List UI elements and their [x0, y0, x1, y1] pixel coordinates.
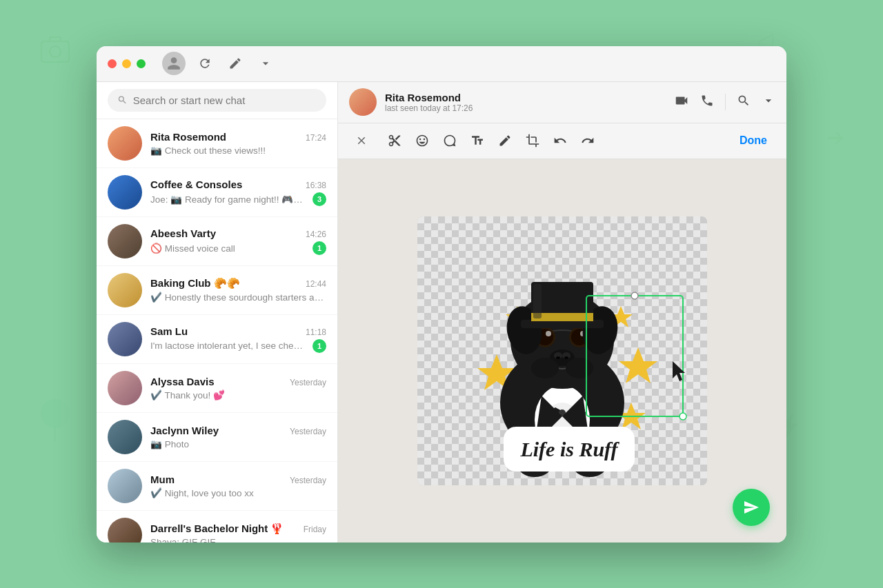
- editor-canvas-area: Life is Ruff: [338, 159, 786, 543]
- chat-name-sam: Sam Lu: [150, 325, 188, 337]
- chat-header-bar: Rita Rosemond last seen today at 17:26: [338, 82, 786, 123]
- svg-point-1: [50, 46, 61, 57]
- chat-name-abeesh: Abeesh Varty: [150, 227, 216, 239]
- chat-info-jaclynn: Jaclynn WileyYesterday📷 Photo: [150, 425, 326, 449]
- main-content: Rita Rosemond17:24📷 Check out these view…: [97, 82, 786, 543]
- traffic-lights: [108, 59, 146, 68]
- chevron-down-icon[interactable]: [257, 55, 274, 72]
- editor-toolbar: Done: [338, 123, 786, 159]
- chat-item-darrell[interactable]: Darrell's Bachelor Night 🦞FridayShaya: G…: [97, 511, 337, 543]
- chat-item-alyssa[interactable]: Alyssa DavisYesterday✔️ Thank you! 💕: [97, 364, 337, 413]
- chat-item-sam[interactable]: Sam Lu11:18I'm lactose intolerant yet, I…: [97, 315, 337, 364]
- svg-rect-2: [50, 37, 61, 41]
- sticker-tool[interactable]: [437, 128, 462, 153]
- chat-preview-baking: ✔️ Honestly these sourdough starters are…: [150, 292, 326, 303]
- search-input[interactable]: [133, 94, 317, 106]
- svg-point-22: [556, 356, 560, 359]
- image-editor: Done: [338, 123, 786, 543]
- crop-tool[interactable]: [520, 128, 545, 153]
- svg-point-24: [531, 358, 559, 378]
- chat-contact-avatar: [349, 88, 377, 116]
- refresh-icon[interactable]: [197, 55, 213, 72]
- minimize-window-button[interactable]: [122, 59, 131, 68]
- chat-time-alyssa: Yesterday: [290, 378, 326, 387]
- text-tool[interactable]: [465, 128, 490, 153]
- chat-preview-sam: I'm lactose intolerant yet, I see cheese…: [150, 341, 307, 351]
- emoji-tool[interactable]: [410, 128, 435, 153]
- chat-time-sam: 11:18: [306, 327, 326, 337]
- chat-avatar-coffee: [108, 175, 142, 210]
- chat-name-darrell: Darrell's Bachelor Night 🦞: [150, 523, 284, 535]
- chat-time-rita: 17:24: [306, 133, 326, 143]
- maximize-window-button[interactable]: [137, 59, 146, 68]
- chat-item-jaclynn[interactable]: Jaclynn WileyYesterday📷 Photo: [97, 413, 337, 462]
- chat-contact-name: Rita Rosemond: [385, 92, 666, 103]
- send-button[interactable]: [733, 489, 770, 526]
- svg-point-17: [546, 331, 551, 336]
- header-divider: [725, 94, 726, 110]
- pen-tool[interactable]: [493, 128, 517, 153]
- chat-preview-coffee: Joe: 📷 Ready for game night!! 🎮🍕🎮: [150, 194, 307, 205]
- chat-info-rita: Rita Rosemond17:24📷 Check out these view…: [150, 131, 326, 156]
- chat-contact-status: last seen today at 17:26: [385, 103, 666, 113]
- chat-item-baking[interactable]: Baking Club 🥐🥐12:44✔️ Honestly these sou…: [97, 266, 337, 315]
- chat-name-mum: Mum: [150, 474, 175, 485]
- svg-point-37: [631, 292, 638, 299]
- chat-header-info: Rita Rosemond last seen today at 17:26: [385, 92, 666, 113]
- chat-item-mum[interactable]: MumYesterday✔️ Night, love you too xx: [97, 462, 337, 511]
- chat-preview-darrell: Shaya: GIF GIF: [150, 537, 326, 543]
- scissors-tool[interactable]: [382, 128, 407, 153]
- svg-rect-0: [41, 41, 69, 62]
- redo-tool[interactable]: [575, 128, 600, 153]
- chat-info-coffee: Coffee & Consoles16:38Joe: 📷 Ready for g…: [150, 179, 326, 206]
- chat-item-abeesh[interactable]: Abeesh Varty14:26🚫 Missed voice call1: [97, 217, 337, 266]
- chat-avatar-darrell: [108, 518, 142, 543]
- svg-point-38: [679, 413, 686, 420]
- profile-avatar[interactable]: [162, 52, 186, 75]
- chat-name-rita: Rita Rosemond: [150, 131, 226, 143]
- svg-point-25: [566, 358, 593, 378]
- editor-close-button[interactable]: [349, 128, 374, 153]
- chat-panel: Rita Rosemond last seen today at 17:26: [338, 82, 786, 543]
- compose-icon[interactable]: [227, 55, 244, 72]
- svg-rect-31: [533, 284, 542, 318]
- chat-item-coffee[interactable]: Coffee & Consoles16:38Joe: 📷 Ready for g…: [97, 168, 337, 217]
- chat-name-coffee: Coffee & Consoles: [150, 179, 242, 190]
- chat-avatar-rita: [108, 126, 142, 161]
- chat-time-mum: Yesterday: [290, 476, 326, 485]
- chat-name-jaclynn: Jaclynn Wiley: [150, 425, 219, 436]
- chat-avatar-jaclynn: [108, 420, 142, 454]
- title-bar: [97, 46, 786, 82]
- chat-avatar-alyssa: [108, 371, 142, 405]
- canvas-container: Life is Ruff: [417, 216, 707, 485]
- video-call-icon[interactable]: [674, 93, 689, 112]
- chat-avatar-mum: [108, 469, 142, 503]
- title-bar-icons: [197, 55, 274, 72]
- search-icon: [117, 94, 128, 105]
- close-window-button[interactable]: [108, 59, 117, 68]
- chat-avatar-baking: [108, 273, 142, 307]
- phone-call-icon[interactable]: [700, 94, 714, 111]
- chat-badge-abeesh: 1: [312, 241, 326, 255]
- chat-time-baking: 12:44: [306, 279, 326, 289]
- chat-info-mum: MumYesterday✔️ Night, love you too xx: [150, 474, 326, 498]
- svg-point-23: [564, 356, 568, 359]
- done-button[interactable]: Done: [731, 130, 775, 151]
- chat-preview-abeesh: 🚫 Missed voice call: [150, 243, 307, 254]
- chat-name-alyssa: Alyssa Davis: [150, 376, 215, 387]
- chat-preview-alyssa: ✔️ Thank you! 💕: [150, 389, 326, 401]
- chat-avatar-abeesh: [108, 224, 142, 258]
- chat-name-baking: Baking Club 🥐🥐: [150, 277, 240, 290]
- more-options-icon[interactable]: [762, 94, 775, 111]
- chat-time-jaclynn: Yesterday: [290, 427, 326, 436]
- undo-tool[interactable]: [548, 128, 573, 153]
- chat-avatar-sam: [108, 322, 142, 356]
- chat-list: Rita Rosemond17:24📷 Check out these view…: [97, 119, 337, 543]
- chat-time-darrell: Friday: [304, 525, 326, 534]
- app-window: Rita Rosemond17:24📷 Check out these view…: [97, 46, 786, 543]
- search-chat-icon[interactable]: [737, 94, 751, 111]
- search-wrapper[interactable]: [108, 89, 326, 112]
- chat-time-coffee: 16:38: [306, 181, 326, 190]
- chat-info-alyssa: Alyssa DavisYesterday✔️ Thank you! 💕: [150, 376, 326, 401]
- chat-item-rita[interactable]: Rita Rosemond17:24📷 Check out these view…: [97, 119, 337, 168]
